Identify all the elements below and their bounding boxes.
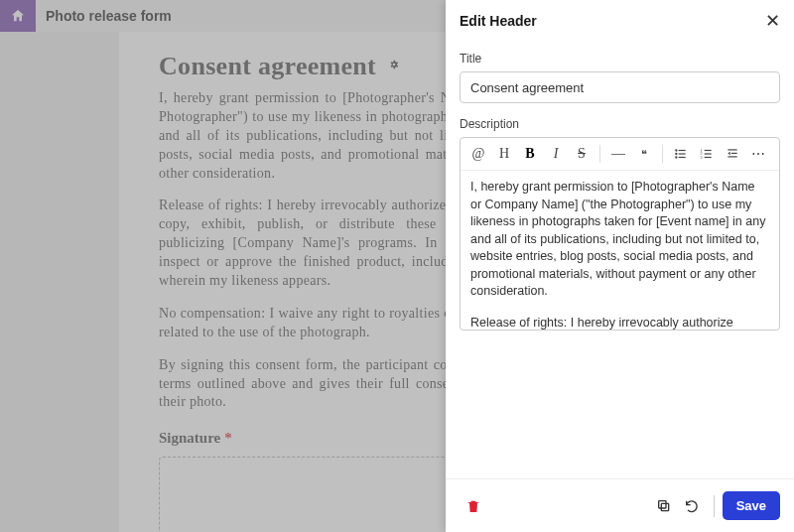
outdent-button[interactable]	[721, 142, 744, 166]
copy-button[interactable]	[650, 492, 678, 520]
toolbar-sep	[662, 145, 663, 163]
bold-button[interactable]: B	[518, 142, 542, 166]
svg-rect-3	[679, 153, 686, 154]
reset-button[interactable]	[678, 492, 706, 520]
svg-rect-15	[661, 503, 668, 510]
svg-rect-11	[705, 157, 712, 158]
svg-rect-12	[728, 149, 736, 150]
trash-icon	[465, 498, 481, 514]
toolbar-sep	[599, 145, 600, 163]
description-field-label: Description	[460, 117, 780, 131]
heading-button[interactable]: H	[492, 142, 516, 166]
title-field-label: Title	[460, 52, 780, 66]
ordered-list-icon: 123	[700, 147, 714, 161]
svg-point-2	[675, 153, 677, 155]
close-icon: ✕	[765, 11, 780, 31]
svg-rect-1	[679, 150, 686, 151]
svg-text:3: 3	[701, 155, 703, 160]
hr-button[interactable]: —	[606, 142, 630, 166]
copy-icon	[656, 498, 672, 514]
title-input[interactable]	[460, 71, 780, 103]
rte-paragraph: Release of rights: I hereby irrevocably …	[470, 315, 769, 331]
more-button[interactable]: ⋯	[746, 142, 770, 166]
svg-rect-7	[705, 150, 712, 151]
svg-rect-14	[728, 156, 736, 157]
italic-button[interactable]: I	[544, 142, 568, 166]
delete-button[interactable]	[460, 492, 487, 520]
panel-footer: Save	[446, 478, 794, 532]
mention-button[interactable]: @	[466, 142, 490, 166]
rte-paragraph: I, hereby grant permission to [Photograp…	[470, 179, 769, 301]
outdent-icon	[726, 147, 739, 161]
rte-toolbar: @ H B I S — ❝ 123	[461, 138, 779, 171]
svg-point-0	[675, 149, 677, 151]
reset-icon	[684, 498, 700, 514]
svg-rect-9	[705, 153, 712, 154]
bullet-list-button[interactable]	[669, 142, 693, 166]
svg-rect-5	[679, 157, 686, 158]
svg-rect-16	[658, 500, 665, 507]
strike-button[interactable]: S	[570, 142, 594, 166]
close-button[interactable]: ✕	[765, 10, 780, 32]
rte-content[interactable]: I, hereby grant permission to [Photograp…	[461, 171, 779, 330]
ordered-list-button[interactable]: 123	[695, 142, 719, 166]
rich-text-editor: @ H B I S — ❝ 123	[460, 137, 780, 331]
panel-title: Edit Header	[460, 13, 537, 29]
bullet-list-icon	[674, 147, 688, 161]
footer-sep	[714, 495, 715, 517]
svg-point-4	[675, 156, 677, 158]
quote-button[interactable]: ❝	[632, 142, 656, 166]
edit-header-panel: Edit Header ✕ Title Description @ H B I …	[446, 0, 794, 532]
svg-rect-13	[731, 153, 737, 154]
save-button[interactable]: Save	[723, 491, 780, 520]
